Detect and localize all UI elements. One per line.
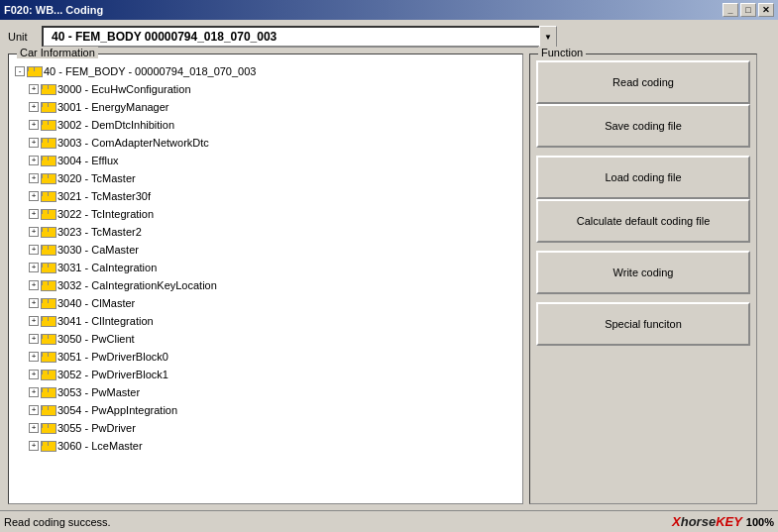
expand-btn[interactable]: +: [29, 263, 39, 272]
unit-select[interactable]: 40 - FEM_BODY 00000794_018_070_003: [42, 26, 557, 48]
folder-icon: [41, 263, 55, 273]
tree-item[interactable]: +3000 - EcuHwConfiguration: [13, 80, 520, 98]
window-content: Unit 40 - FEM_BODY 00000794_018_070_003 …: [0, 20, 778, 510]
expand-btn[interactable]: +: [29, 280, 39, 290]
expand-btn[interactable]: +: [29, 334, 39, 344]
tree-item[interactable]: +3040 - ClMaster: [13, 294, 520, 312]
folder-icon: [41, 84, 55, 95]
tree-item[interactable]: +3023 - TcMaster2: [13, 223, 520, 241]
tree-item[interactable]: +3032 - CaIntegrationKeyLocation: [13, 276, 520, 294]
expand-btn[interactable]: +: [29, 173, 39, 183]
xhorse-horse: horse: [681, 514, 716, 529]
read-coding-button[interactable]: Read coding: [536, 60, 750, 104]
function-buttons: Read codingSave coding fileLoad coding f…: [536, 60, 750, 346]
main-area: Car Information - 40 - FEM_BODY - 000007…: [8, 53, 770, 504]
unit-select-wrapper: 40 - FEM_BODY 00000794_018_070_003 ▼: [42, 26, 557, 48]
status-right: XhorseKEY 100%: [672, 514, 774, 530]
close-button[interactable]: ✕: [758, 3, 774, 17]
button-spacer: [536, 243, 750, 251]
tree-item-label: 3022 - TcIntegration: [57, 206, 154, 222]
expand-btn[interactable]: +: [29, 370, 39, 379]
tree-item-label: 3021 - TcMaster30f: [57, 188, 151, 204]
tree-item[interactable]: +3002 - DemDtcInhibition: [13, 116, 520, 134]
unit-row: Unit 40 - FEM_BODY 00000794_018_070_003 …: [8, 26, 770, 48]
tree-item[interactable]: +3041 - ClIntegration: [13, 312, 520, 330]
tree-item[interactable]: +3030 - CaMaster: [13, 241, 520, 259]
folder-icon: [41, 102, 55, 113]
tree-item[interactable]: +3003 - ComAdapterNetworkDtc: [13, 134, 520, 152]
folder-icon: [41, 370, 55, 380]
tree-item[interactable]: +3031 - CaIntegration: [13, 259, 520, 276]
tree-item[interactable]: +3021 - TcMaster30f: [13, 187, 520, 205]
tree-item-label: 3041 - ClIntegration: [57, 313, 154, 329]
tree-item-label: 3055 - PwDriver: [57, 420, 136, 436]
tree-item-label: 3031 - CaIntegration: [57, 260, 157, 275]
expand-btn[interactable]: +: [29, 120, 39, 130]
tree-item[interactable]: +3052 - PwDriverBlock1: [13, 366, 520, 383]
folder-icon: [41, 173, 55, 184]
expand-btn[interactable]: +: [29, 316, 39, 326]
expand-btn[interactable]: +: [29, 227, 39, 237]
minimize-button[interactable]: _: [722, 3, 738, 17]
root-expand-btn[interactable]: -: [15, 66, 25, 76]
folder-icon: [41, 423, 55, 434]
unit-label: Unit: [8, 31, 36, 43]
folder-icon: [41, 209, 55, 220]
expand-btn[interactable]: +: [29, 352, 39, 362]
tree-children: +3000 - EcuHwConfiguration+3001 - Energy…: [13, 80, 520, 455]
folder-icon: [41, 227, 55, 238]
tree-item-label: 3050 - PwClient: [57, 331, 135, 347]
expand-btn[interactable]: +: [29, 191, 39, 201]
tree-item-label: 3053 - PwMaster: [57, 384, 140, 400]
tree-root-row[interactable]: - 40 - FEM_BODY - 00000794_018_070_003: [13, 62, 520, 80]
special-button[interactable]: Special funciton: [536, 302, 750, 346]
tree-item[interactable]: +3022 - TcIntegration: [13, 205, 520, 223]
write-coding-button[interactable]: Write coding: [536, 251, 750, 294]
status-bar: Read coding success. XhorseKEY 100%: [0, 510, 778, 532]
tree-item[interactable]: +3001 - EnergyManager: [13, 98, 520, 116]
save-coding-button[interactable]: Save coding file: [536, 104, 750, 148]
tree-item-label: 3040 - ClMaster: [57, 295, 135, 311]
tree-item[interactable]: +3054 - PwAppIntegration: [13, 401, 520, 419]
tree-item[interactable]: +3060 - LceMaster: [13, 437, 520, 455]
tree-item-label: 3060 - LceMaster: [57, 438, 143, 454]
expand-btn[interactable]: +: [29, 209, 39, 219]
expand-btn[interactable]: +: [29, 84, 39, 94]
root-folder-icon: [27, 66, 41, 77]
calc-default-button[interactable]: Calculate default coding file: [536, 199, 750, 243]
xhorse-logo: XhorseKEY: [672, 514, 742, 530]
xhorse-x: X: [672, 514, 681, 529]
expand-btn[interactable]: +: [29, 156, 39, 165]
expand-btn[interactable]: +: [29, 441, 39, 451]
maximize-button[interactable]: □: [740, 3, 756, 17]
tree-root-node: - 40 - FEM_BODY - 00000794_018_070_003 +…: [11, 62, 520, 455]
expand-btn[interactable]: +: [29, 298, 39, 308]
tree-item[interactable]: +3020 - TcMaster: [13, 169, 520, 187]
expand-btn[interactable]: +: [29, 245, 39, 255]
tree-item[interactable]: +3004 - Efflux: [13, 152, 520, 169]
tree-item-label: 3001 - EnergyManager: [57, 99, 169, 115]
folder-icon: [41, 298, 55, 309]
folder-icon: [41, 441, 55, 452]
tree-item-label: 3002 - DemDtcInhibition: [57, 117, 174, 133]
folder-icon: [41, 138, 55, 149]
expand-btn[interactable]: +: [29, 387, 39, 397]
function-panel: Function Read codingSave coding fileLoad…: [529, 53, 757, 504]
tree-item-label: 3030 - CaMaster: [57, 242, 139, 258]
load-coding-button[interactable]: Load coding file: [536, 156, 750, 199]
function-legend: Function: [538, 47, 586, 58]
expand-btn[interactable]: +: [29, 423, 39, 433]
expand-btn[interactable]: +: [29, 405, 39, 415]
folder-icon: [41, 191, 55, 202]
tree-item[interactable]: +3055 - PwDriver: [13, 419, 520, 437]
tree-container[interactable]: - 40 - FEM_BODY - 00000794_018_070_003 +…: [9, 60, 522, 503]
tree-item-label: 3052 - PwDriverBlock1: [57, 367, 168, 382]
tree-item[interactable]: +3053 - PwMaster: [13, 383, 520, 401]
expand-btn[interactable]: +: [29, 138, 39, 148]
tree-item[interactable]: +3050 - PwClient: [13, 330, 520, 348]
folder-icon: [41, 405, 55, 416]
folder-icon: [41, 120, 55, 131]
folder-icon: [41, 280, 55, 291]
expand-btn[interactable]: +: [29, 102, 39, 112]
tree-item[interactable]: +3051 - PwDriverBlock0: [13, 348, 520, 366]
